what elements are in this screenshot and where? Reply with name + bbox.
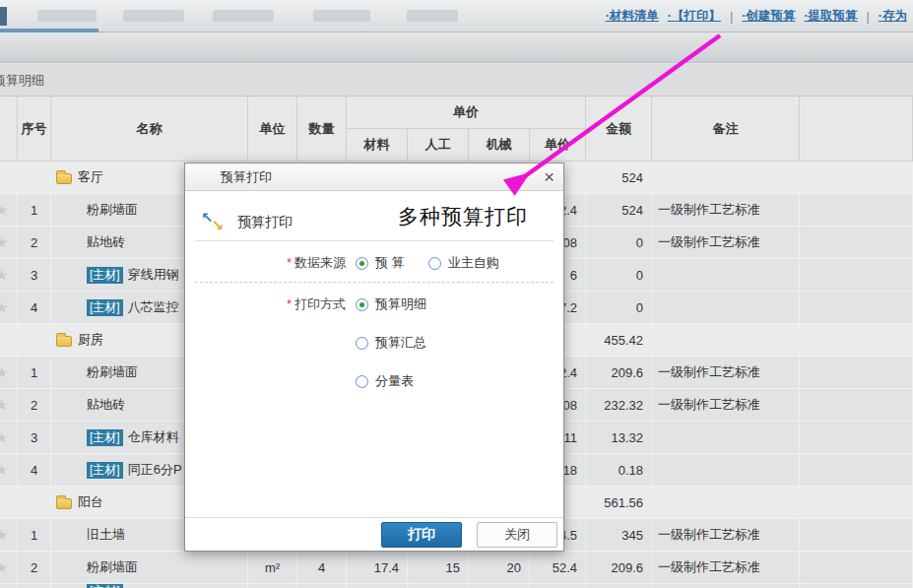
link-separator: | [730,10,733,24]
amount-cell: 232.32 [586,389,652,421]
radio-label: 业主自购 [448,254,499,272]
favorite-star-icon[interactable]: ★ [0,234,9,251]
note-cell [652,487,800,518]
note-cell: 一级制作工艺标准 [652,389,800,421]
radio-label: 预 算 [375,254,405,272]
amount-cell: 524 [586,162,652,193]
amount-cell: 0 [586,292,652,323]
row-number: 4 [18,292,51,323]
radio-option[interactable]: 预算汇总 [356,334,426,352]
note-cell [652,422,800,453]
favorite-star-icon[interactable]: ★ [0,559,9,576]
amount-cell: 209.6 [586,357,652,388]
table-row[interactable]: ★2粉刷墙面m²417.4152052.4209.6一级制作工艺标准 [0,552,913,584]
note-cell [652,584,800,588]
tab-icon-fragment [0,7,7,26]
toolbar-links: ·材料清单·【打印】|·创建预算·提取预算|·存为 [606,8,907,25]
radio-label: 预算汇总 [375,334,426,352]
row-number: 3 [18,422,51,453]
dialog-subtitle: 预算打印 [237,214,293,231]
header-material: 材料 [347,129,408,162]
radio-group: 预算明细预算汇总分量表 [356,295,426,390]
row-number: 4 [18,454,51,486]
note-cell: 一级制作工艺标准 [652,227,800,258]
favorite-star-icon[interactable]: ★ [0,527,9,544]
tab-ghost[interactable] [407,10,458,22]
radio-icon[interactable] [428,257,441,270]
toolbar-link[interactable]: ·存为 [879,8,907,25]
header-name: 名称 [51,97,248,162]
note-cell [652,324,800,356]
required-asterisk: * [287,255,292,270]
page-title: 预算明细 [0,72,44,90]
amount-cell: 0 [586,227,652,258]
dialog-subheader: ↖↘ 预算打印 [203,213,293,231]
form-field: *数据来源预 算业主自购 [185,254,499,272]
table-row[interactable]: ★[主材] [0,584,913,588]
note-cell [652,162,800,193]
radio-icon[interactable] [356,337,368,350]
note-cell: 一级制作工艺标准 [652,552,800,583]
note-cell [652,292,800,323]
unit-price-cell [530,584,586,588]
tab-ghost[interactable] [37,10,97,22]
print-button[interactable]: 打印 [381,522,462,548]
favorite-star-icon[interactable]: ★ [0,397,9,414]
radio-icon[interactable] [356,298,368,311]
toolbar-link[interactable]: ·材料清单 [606,8,659,25]
row-number: 2 [18,552,51,583]
close-button[interactable]: 关闭 [477,522,557,548]
radio-icon[interactable] [356,257,368,270]
labor-price-cell: 15 [408,552,469,583]
favorite-star-icon[interactable]: ★ [0,462,9,479]
unit-price-cell: 52.4 [530,552,586,583]
header-unit: 单位 [248,97,297,162]
toolbar-link[interactable]: ·提取预算 [804,8,857,25]
toolbar-link[interactable]: ·创建预算 [742,8,795,25]
radio-option[interactable]: 预 算 [356,254,405,272]
header-qty: 数量 [297,97,347,162]
favorite-star-icon[interactable]: ★ [0,429,9,446]
machine-price-cell: 20 [469,552,530,583]
radio-label: 分量表 [375,372,414,390]
radio-label: 预算明细 [375,295,426,313]
amount-cell: 561.56 [586,487,652,518]
radio-icon[interactable] [356,375,368,388]
note-cell: 一级制作工艺标准 [652,357,800,388]
note-cell: 一级制作工艺标准 [652,519,800,551]
row-number: 1 [18,194,51,226]
dialog-titlebar[interactable]: 预算打印 [185,163,563,191]
folder-icon [56,173,72,184]
item-name: 粉刷墙面 [51,552,248,583]
favorite-star-icon[interactable]: ★ [0,202,9,219]
header-extra [800,97,913,162]
radio-option[interactable]: 分量表 [356,372,426,390]
folder-icon [56,498,72,509]
material-price-cell [347,584,408,588]
unit-cell [248,584,297,588]
amount-cell [586,584,652,588]
radio-option[interactable]: 业主自购 [428,254,499,272]
form-field: *打印方式预算明细预算汇总分量表 [185,295,426,390]
row-number: 1 [18,519,51,551]
header-price-group: 单价 [347,97,586,129]
close-icon[interactable]: × [544,166,554,188]
header-machine: 机械 [469,129,530,162]
unit-cell: m² [248,552,297,583]
tab-ghost[interactable] [313,10,370,22]
favorite-star-icon[interactable]: ★ [0,267,9,284]
tab-ghost[interactable] [213,10,274,22]
radio-group: 预 算业主自购 [356,254,499,272]
favorite-star-icon[interactable]: ★ [0,299,9,316]
tab-ghost[interactable] [123,10,184,22]
toolbar-link[interactable]: ·【打印】 [668,8,721,25]
header-labor: 人工 [408,129,469,162]
main-material-badge: [主材] [87,462,123,479]
radio-option[interactable]: 预算明细 [356,295,426,313]
amount-cell: 13.32 [586,422,652,453]
header-star [0,97,18,162]
print-dialog: 预算打印 × ↖↘ 预算打印 多种预算打印 *数据来源预 算业主自购*打印方式预… [184,163,564,552]
field-label: *打印方式 [185,295,346,313]
dialog-footer: 打印关闭 [185,517,563,551]
favorite-star-icon[interactable]: ★ [0,364,9,381]
